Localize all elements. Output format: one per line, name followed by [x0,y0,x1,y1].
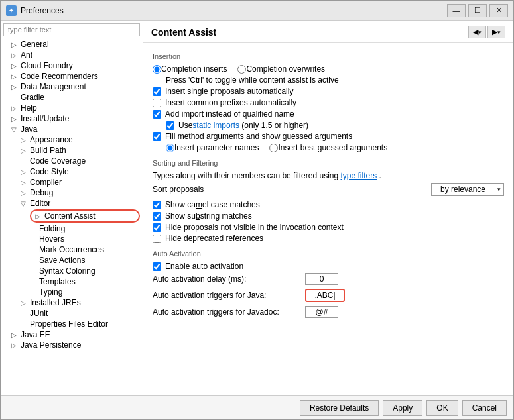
restore-defaults-button[interactable]: Restore Defaults [300,400,379,416]
tree-item-java[interactable]: ▽ Java [1,124,143,134]
tree-label-templates: Templates [39,277,76,286]
tree-item-java-persistence[interactable]: ▷ Java Persistence [1,340,143,350]
ok-button[interactable]: OK [426,400,458,416]
insert-param-option[interactable]: Insert parameter names [166,143,259,152]
tree-item-data-management[interactable]: ▷ Data Management [1,81,143,92]
filter-period: . [379,171,381,180]
insert-common-checkbox[interactable] [153,99,161,107]
insert-best-radio[interactable] [269,144,278,152]
tree-item-help[interactable]: ▷ Help [1,103,143,113]
triggers-javadoc-input[interactable] [305,306,338,318]
insert-best-option[interactable]: Insert best guessed arguments [269,143,387,152]
auto-activation-section: Auto Activation Enable auto activation A… [153,250,504,318]
sort-dropdown[interactable]: by relevance ▾ [431,183,504,196]
forward-button[interactable]: ▶ ▾ [487,26,505,38]
maximize-button[interactable]: ☐ [468,4,487,17]
use-static-imports-post: (only 1.5 or higher) [239,121,308,130]
tree-item-code-style[interactable]: ▷ Code Style [1,166,143,177]
tree-item-general[interactable]: ▷ General [1,39,143,50]
add-import-checkbox[interactable] [153,110,161,119]
back-button[interactable]: ◀ ▾ [468,26,486,38]
delay-input[interactable] [305,273,338,285]
arrow-install-update: ▷ [11,115,21,123]
tree-item-debug[interactable]: ▷ Debug [1,187,143,198]
tree-item-mark-occurrences[interactable]: Mark Occurrences [1,244,143,255]
hide-deprecated-checkbox[interactable] [153,235,161,243]
apply-button[interactable]: Apply [383,400,422,416]
sort-proposals-row: Sort proposals by relevance ▾ [153,183,504,196]
app-icon: ✦ [6,5,17,16]
static-imports-link[interactable]: static imports [192,121,239,130]
enable-auto-label: Enable auto activation [165,262,243,271]
arrow-data-management: ▷ [11,83,21,91]
enable-auto-checkbox[interactable] [153,262,161,271]
insert-single-checkbox[interactable] [153,87,161,96]
tree-item-templates[interactable]: Templates [1,276,143,287]
tree-label-install-update: Install/Update [21,114,69,123]
delay-row: Auto activation delay (ms): [153,273,504,285]
fill-method-checkbox[interactable] [153,132,161,141]
sort-dropdown-button[interactable]: by relevance ▾ [431,183,504,196]
fill-method-label: Fill method arguments and show guessed a… [165,132,352,141]
tree-item-install-update[interactable]: ▷ Install/Update [1,113,143,124]
left-panel: ▷ General ▷ Ant ▷ Cloud Foundry ▷ Code R… [1,21,143,395]
substring-checkbox[interactable] [153,212,161,221]
tree-item-save-actions[interactable]: Save Actions [1,255,143,266]
tree-item-editor[interactable]: ▽ Editor [1,198,143,209]
tree-item-content-assist[interactable]: ▷ Content Assist [30,209,140,223]
arrow-general: ▷ [11,41,21,48]
completion-overwrites-option[interactable]: Completion overwrites [237,64,325,74]
filter-input[interactable] [3,23,140,36]
cancel-button[interactable]: Cancel [462,400,507,416]
triggers-java-input[interactable] [305,289,345,302]
tree-label-java: Java [21,125,37,134]
close-button[interactable]: ✕ [489,4,508,17]
arrow-compiler: ▷ [21,179,30,186]
completion-overwrites-radio[interactable] [237,65,246,74]
type-filters-link[interactable]: type filters [341,171,377,180]
add-import-row: Add import instead of qualified name [153,109,504,119]
tree-item-code-recommenders[interactable]: ▷ Code Recommenders [1,71,143,81]
forward-dropdown-icon: ▾ [497,29,501,36]
tree-label-editor: Editor [30,199,50,208]
camel-case-checkbox[interactable] [153,201,161,209]
tree-label-help: Help [21,103,37,113]
tree-item-cloud-foundry[interactable]: ▷ Cloud Foundry [1,60,143,71]
completion-inserts-radio[interactable] [153,65,161,74]
arrow-help: ▷ [11,105,21,112]
tree-item-folding[interactable]: Folding [1,223,143,234]
use-static-imports-checkbox[interactable] [166,121,174,130]
tree-item-build-path[interactable]: ▷ Build Path [1,145,143,156]
right-header: Content Assist ◀ ▾ ▶ ▾ [143,21,513,43]
sort-value: by relevance [440,185,485,194]
arrow-cloud-foundry: ▷ [11,62,21,70]
main-content: ▷ General ▷ Ant ▷ Cloud Foundry ▷ Code R… [1,21,513,395]
tree-item-java-ee[interactable]: ▷ Java EE [1,329,143,340]
arrow-code-recommenders: ▷ [11,73,21,80]
tree-item-compiler[interactable]: ▷ Compiler [1,177,143,187]
forward-arrow-icon: ▶ [492,28,497,36]
tree-item-syntax-coloring[interactable]: Syntax Coloring [1,266,143,276]
tree-label-java-ee: Java EE [21,330,50,339]
completion-inserts-option[interactable]: Completion inserts [153,64,227,74]
minimize-button[interactable]: — [447,4,466,17]
insert-param-radio[interactable] [166,144,174,152]
title-bar: ✦ Preferences — ☐ ✕ [1,1,513,21]
fill-method-row: Fill method arguments and show guessed a… [153,132,504,141]
tree-item-appearance[interactable]: ▷ Appearance [1,134,143,145]
tree-item-code-coverage[interactable]: Code Coverage [1,156,143,166]
tree-item-junit[interactable]: JUnit [1,308,143,319]
sorting-section-divider: Sorting and Filtering [153,159,504,167]
tree-label-compiler: Compiler [30,178,62,187]
window-title: Preferences [21,6,447,15]
tree-item-properties-files-editor[interactable]: Properties Files Editor [1,319,143,329]
tree-item-gradle[interactable]: Gradle [1,92,143,103]
tree-item-hovers[interactable]: Hovers [1,234,143,244]
tree-label-debug: Debug [30,188,53,197]
tree-item-typing[interactable]: Typing [1,287,143,297]
tree-item-installed-jres[interactable]: ▷ Installed JREs [1,297,143,308]
right-panel: Content Assist ◀ ▾ ▶ ▾ Insertion [143,21,513,395]
hide-invisible-label: Hide proposals not visible in the invoca… [165,223,344,232]
tree-item-ant[interactable]: ▷ Ant [1,50,143,60]
hide-invisible-checkbox[interactable] [153,223,161,232]
